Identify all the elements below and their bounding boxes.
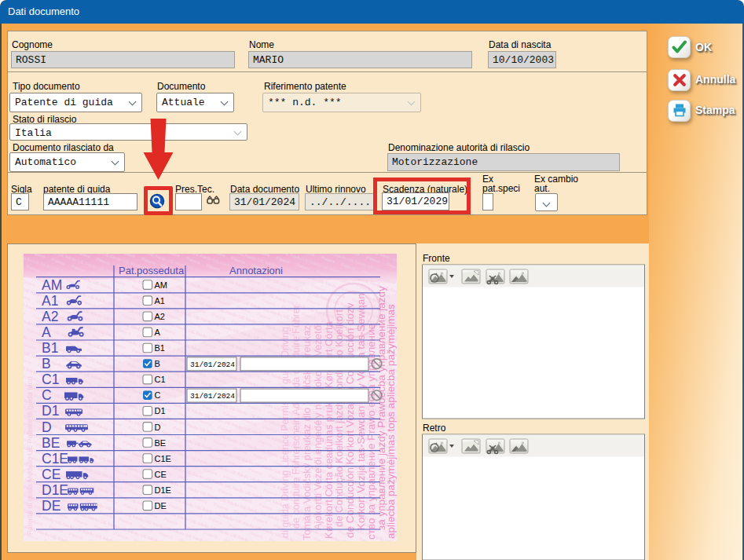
svg-text:B: B: [42, 356, 51, 372]
svg-text:DE: DE: [155, 501, 167, 511]
svg-text:A: A: [42, 324, 51, 340]
svg-text:de conduire Führerschein Adeil: de conduire Führerschein Adeilada condui…: [291, 305, 302, 529]
svg-text:D1: D1: [42, 403, 59, 419]
svg-text:de Condução Koelkort jazdy Con: de Condução Koelkort jazdy Condução Koel…: [333, 309, 345, 527]
svg-text:C: C: [155, 390, 161, 400]
svg-text:A2: A2: [42, 309, 58, 324]
svg-text:D: D: [42, 419, 52, 435]
svg-text:Retro: Retro: [423, 423, 446, 434]
svg-text:C: C: [42, 387, 52, 403]
svg-text:C1: C1: [155, 375, 166, 384]
svg-text:C1E: C1E: [42, 451, 68, 467]
svg-text:Pat.posseduta: Pat.posseduta: [119, 265, 185, 276]
svg-text:31/01/2024: 31/01/2024: [190, 361, 235, 369]
svg-text:apliecba pažymėjimas tops apli: apliecba pažymėjimas tops apliecba pažym…: [385, 304, 397, 539]
svg-text:B1: B1: [155, 343, 165, 353]
svg-text:AM: AM: [155, 280, 168, 290]
svg-text:C1: C1: [42, 372, 59, 387]
svg-text:Annotazioni: Annotazioni: [229, 265, 283, 276]
svg-text:D1E: D1E: [42, 482, 68, 498]
svg-text:C1E: C1E: [155, 454, 171, 463]
svg-text:DE: DE: [42, 498, 60, 514]
svg-text:A1: A1: [42, 293, 58, 309]
svg-text:A1: A1: [155, 296, 165, 306]
svg-text:B1: B1: [42, 340, 58, 356]
svg-text:31/01/2024: 31/01/2024: [190, 392, 235, 401]
svg-text:Fronte: Fronte: [423, 254, 450, 264]
svg-text:CE: CE: [42, 467, 60, 482]
svg-text:CE: CE: [155, 470, 167, 479]
svg-text:A2: A2: [155, 312, 165, 321]
svg-text:B: B: [155, 359, 160, 368]
svg-text:AM: AM: [42, 277, 62, 293]
svg-text:D1: D1: [155, 406, 166, 415]
svg-text:BE: BE: [42, 435, 60, 451]
svg-text:BE: BE: [155, 438, 167, 448]
svg-text:A: A: [155, 328, 161, 337]
svg-text:D1E: D1E: [155, 485, 171, 495]
svg-text:Ajokortti Vezetői engedély na: Ajokortti Vezetői engedély na Ajokortti …: [312, 323, 324, 530]
svg-text:D: D: [155, 423, 161, 432]
svg-text:Patente di guida Modello UE Pa: Patente di guida Modello UE Patente di g…: [26, 376, 34, 535]
svg-text:de Conducción Korkort Vozačka: de Conducción Korkort Vozačka Conducción…: [344, 302, 356, 538]
